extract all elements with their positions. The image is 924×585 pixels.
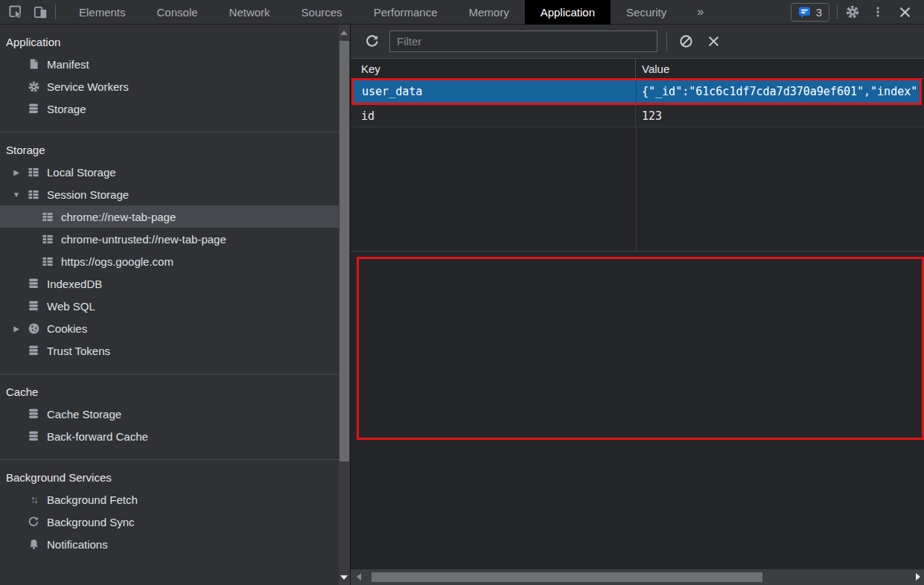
background-fetch-arrows-icon: ↑↓: [27, 493, 40, 506]
table-row-user-data-selected-highlighted[interactable]: user_data {"_id":"61c6c1df7cda7d370a9ef6…: [351, 78, 922, 105]
datagrid-header: Key Value: [351, 59, 924, 79]
application-panel-sidebar: Application Manifest Service Workers: [0, 25, 339, 585]
sidebar-item-background-sync[interactable]: Background Sync: [0, 511, 339, 533]
sidebar-item-session-storage[interactable]: ▼ Session Storage: [0, 183, 339, 205]
local-storage-table-icon: [27, 166, 40, 179]
storage-filter-toolbar: [351, 25, 924, 59]
more-tabs-button[interactable]: »: [697, 5, 704, 19]
session-storage-table-icon: [27, 188, 40, 201]
property-age[interactable]: age: 25: [366, 281, 922, 298]
cookies-icon: [27, 322, 40, 335]
value-cell: 123: [636, 105, 924, 127]
storage-origin-table-icon: [41, 233, 54, 246]
scroll-down-arrow[interactable]: [340, 575, 348, 580]
close-devtools-icon[interactable]: [897, 4, 912, 19]
sidebar-item-label: Notifications: [47, 538, 108, 551]
tab-memory[interactable]: Memory: [453, 0, 525, 25]
property-index[interactable]: index: 0: [366, 352, 922, 370]
sidebar-item-chrome-new-tab-page[interactable]: chrome://new-tab-page: [0, 205, 339, 228]
property-picture[interactable]: picture: "http://placehold.it/32x32": [366, 388, 922, 406]
property-id[interactable]: _id: "61c6c1df7cda7d370a9ef601": [366, 406, 922, 423]
datagrid-bottom-border: [351, 251, 924, 252]
sidebar-item-label: Storage: [47, 103, 86, 115]
collapse-arrow-icon[interactable]: ▶: [10, 325, 22, 333]
property-friends[interactable]: ▶friends: [{id: 0, name: "Adkins Coleman…: [366, 316, 922, 334]
key-cell: id: [351, 105, 636, 127]
sidebar-item-local-storage[interactable]: ▶ Local Storage: [0, 161, 339, 183]
sidebar-item-label: Manifest: [47, 58, 89, 71]
sidebar-section-application: Application Manifest Service Workers: [0, 25, 339, 132]
object-summary-line[interactable]: ▼{_id: "61c6c1df7cda7d370a9ef601", index…: [366, 263, 922, 281]
session-storage-view: Key Value user_data {"_id":"61c6c1df7cda…: [350, 25, 924, 585]
tab-security[interactable]: Security: [611, 0, 682, 25]
sidebar-item-label: Background Fetch: [47, 493, 138, 506]
clear-all-ban-icon[interactable]: [677, 33, 695, 51]
trust-tokens-database-icon: [27, 345, 40, 357]
sidebar-item-cache-storage[interactable]: Cache Storage: [0, 403, 339, 425]
sidebar-item-back-forward-cache[interactable]: Back-forward Cache: [0, 425, 339, 447]
manifest-document-icon: [27, 58, 40, 71]
sidebar-item-label: chrome://new-tab-page: [61, 211, 176, 223]
cache-storage-database-icon: [27, 408, 40, 421]
tab-console[interactable]: Console: [141, 0, 214, 25]
filter-input[interactable]: [389, 31, 657, 52]
sidebar-item-ogs-google-com[interactable]: https://ogs.google.com: [0, 250, 339, 272]
inspect-element-icon[interactable]: [8, 4, 23, 19]
sidebar-scrollbar-thumb[interactable]: [340, 41, 349, 461]
back-forward-cache-database-icon: [27, 430, 40, 443]
section-title-application: Application: [0, 31, 339, 53]
sidebar-item-cookies[interactable]: ▶ Cookies: [0, 317, 339, 339]
scroll-right-arrow[interactable]: [916, 573, 920, 581]
web-sql-database-icon: [27, 300, 40, 313]
kebab-menu-icon[interactable]: [870, 4, 885, 19]
sidebar-item-web-sql[interactable]: Web SQL: [0, 295, 339, 317]
table-row-id[interactable]: id 123: [351, 105, 924, 127]
service-workers-gear-icon: [27, 80, 40, 93]
tab-application[interactable]: Application: [525, 0, 611, 25]
scroll-left-arrow[interactable]: [357, 573, 361, 581]
refresh-icon[interactable]: [363, 33, 380, 51]
background-sync-icon: [27, 516, 40, 528]
indexeddb-database-icon: [27, 278, 40, 290]
sidebar-scrollbar[interactable]: [339, 25, 350, 585]
sidebar-item-indexeddb[interactable]: IndexedDB: [0, 272, 339, 295]
device-toolbar-icon[interactable]: [33, 4, 48, 19]
sidebar-item-notifications[interactable]: Notifications: [0, 533, 339, 555]
section-title-background-services: Background Services: [0, 466, 339, 488]
tab-elements[interactable]: Elements: [63, 0, 141, 25]
sidebar-item-label: https://ogs.google.com: [61, 255, 173, 268]
toolbar-divider: [55, 4, 56, 19]
value-cell: {"_id":"61c6c1df7cda7d370a9ef601","index…: [637, 80, 920, 103]
storage-origin-table-icon: [41, 211, 54, 223]
content-horizontal-scrollbar[interactable]: [351, 569, 924, 585]
storage-origin-table-icon: [41, 255, 54, 268]
sidebar-item-label: Web SQL: [47, 300, 95, 313]
tab-network[interactable]: Network: [214, 0, 286, 25]
expand-arrow-icon[interactable]: ▼: [10, 191, 22, 199]
sidebar-item-label: Local Storage: [47, 166, 116, 179]
property-guid[interactable]: guid: "13672f0e-f693-4704-a6f9-839ff36e8…: [366, 334, 922, 352]
sidebar-section-cache: Cache Cache Storage Back-forward Cache: [0, 374, 339, 460]
scroll-up-arrow[interactable]: [340, 31, 348, 35]
column-header-key[interactable]: Key: [351, 59, 636, 78]
sidebar-item-service-workers[interactable]: Service Workers: [0, 75, 339, 98]
sidebar-item-manifest[interactable]: Manifest: [0, 53, 339, 75]
sidebar-item-background-fetch[interactable]: ↑↓ Background Fetch: [0, 488, 339, 511]
tab-sources[interactable]: Sources: [286, 0, 358, 25]
sidebar-item-trust-tokens[interactable]: Trust Tokens: [0, 339, 339, 362]
sidebar-item-storage[interactable]: Storage: [0, 98, 339, 120]
collapse-arrow-icon[interactable]: ▶: [10, 168, 22, 176]
sidebar-item-label: IndexedDB: [47, 278, 102, 290]
section-title-cache: Cache: [0, 380, 339, 403]
property-isactive[interactable]: isActive: true: [366, 370, 922, 388]
issues-button[interactable]: 3: [791, 3, 829, 22]
json-preview-pane-highlighted: ▼{_id: "61c6c1df7cda7d370a9ef601", index…: [357, 257, 924, 440]
column-header-value[interactable]: Value: [636, 59, 924, 78]
settings-gear-icon[interactable]: [845, 4, 860, 19]
devtools-tabbar: Elements Console Network Sources Perform…: [0, 0, 924, 25]
horizontal-scrollbar-thumb[interactable]: [372, 572, 762, 582]
sidebar-item-chrome-untrusted-new-tab-page[interactable]: chrome-untrusted://new-tab-page: [0, 228, 339, 250]
tab-performance[interactable]: Performance: [358, 0, 453, 25]
property-balance[interactable]: balance: "$3,602.49": [366, 298, 922, 316]
delete-selected-x-icon[interactable]: [704, 33, 722, 51]
